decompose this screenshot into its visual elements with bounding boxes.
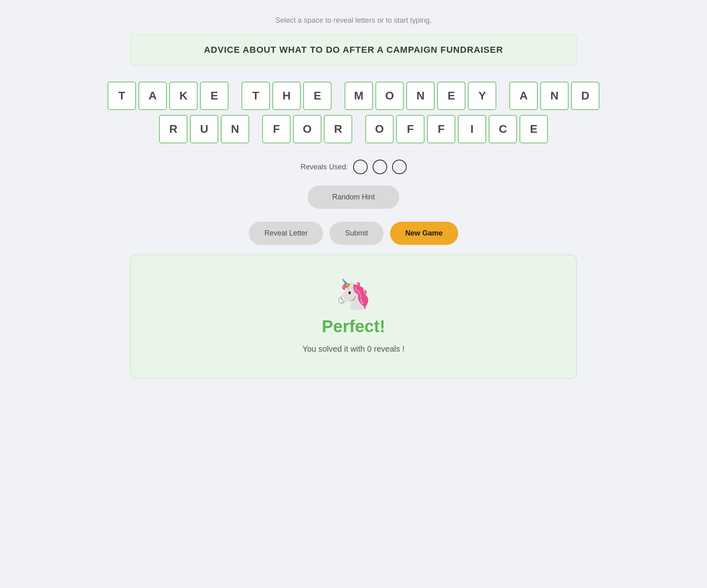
letter-tile[interactable]: D (571, 82, 599, 110)
new-game-button[interactable]: New Game (390, 222, 458, 245)
puzzle-row-2: RUNFOROFFICE (159, 115, 548, 143)
clue-text: ADVICE ABOUT WHAT TO DO AFTER A CAMPAIGN… (204, 45, 503, 55)
letter-tile[interactable]: H (272, 82, 301, 110)
submit-button[interactable]: Submit (330, 222, 383, 245)
letter-tile[interactable]: F (262, 115, 291, 143)
letter-tile[interactable]: R (159, 115, 188, 143)
letter-tile[interactable]: T (108, 82, 136, 110)
reveal-letter-button[interactable]: Reveal Letter (249, 222, 323, 245)
letter-tile[interactable]: E (200, 82, 228, 110)
letter-tile[interactable]: N (406, 82, 435, 110)
letter-tile[interactable]: Y (468, 82, 496, 110)
result-title: Perfect! (322, 317, 385, 336)
letter-tile[interactable]: A (138, 82, 167, 110)
letter-tile[interactable]: O (375, 82, 404, 110)
word-gap (231, 82, 239, 110)
letter-tile[interactable]: F (427, 115, 455, 143)
puzzle-row-1: TAKETHEMONEYAND (108, 82, 599, 110)
letter-tile[interactable]: O (365, 115, 394, 143)
result-message: You solved it with 0 reveals ! (302, 344, 405, 354)
letter-tile[interactable]: O (293, 115, 321, 143)
letter-tile[interactable]: I (458, 115, 486, 143)
letter-tile[interactable]: M (345, 82, 373, 110)
reveal-circle-1 (353, 160, 368, 174)
clue-box: ADVICE ABOUT WHAT TO DO AFTER A CAMPAIGN… (130, 35, 577, 65)
word-gap (355, 115, 363, 143)
letter-tile[interactable]: U (190, 115, 218, 143)
letter-tile[interactable]: E (303, 82, 332, 110)
letter-tile[interactable]: N (540, 82, 569, 110)
subtitle: Select a space to reveal letters or to s… (275, 16, 431, 25)
letter-tile[interactable]: E (437, 82, 466, 110)
word-gap (252, 115, 260, 143)
letter-tile[interactable]: N (221, 115, 249, 143)
letter-tile[interactable]: R (324, 115, 352, 143)
letter-tile[interactable]: F (396, 115, 425, 143)
reveal-circle-3 (392, 160, 407, 174)
reveals-section: Reveals Used: (300, 160, 406, 174)
letter-tile[interactable]: A (509, 82, 538, 110)
letter-tile[interactable]: E (519, 115, 548, 143)
hint-row: Random Hint (308, 186, 399, 215)
letter-tile[interactable]: T (241, 82, 270, 110)
word-gap (499, 82, 507, 110)
letter-tile[interactable]: C (489, 115, 517, 143)
reveals-label: Reveals Used: (300, 163, 348, 171)
reveal-circle-2 (373, 160, 387, 174)
unicorn-icon: 🦄 (335, 279, 372, 309)
letter-tile[interactable]: K (169, 82, 198, 110)
random-hint-button[interactable]: Random Hint (308, 186, 399, 209)
puzzle-area: TAKETHEMONEYAND RUNFOROFFICE (8, 82, 699, 143)
action-buttons: Reveal Letter Submit New Game (249, 222, 458, 245)
result-box: 🦄 Perfect! You solved it with 0 reveals … (130, 255, 577, 378)
word-gap (334, 82, 342, 110)
